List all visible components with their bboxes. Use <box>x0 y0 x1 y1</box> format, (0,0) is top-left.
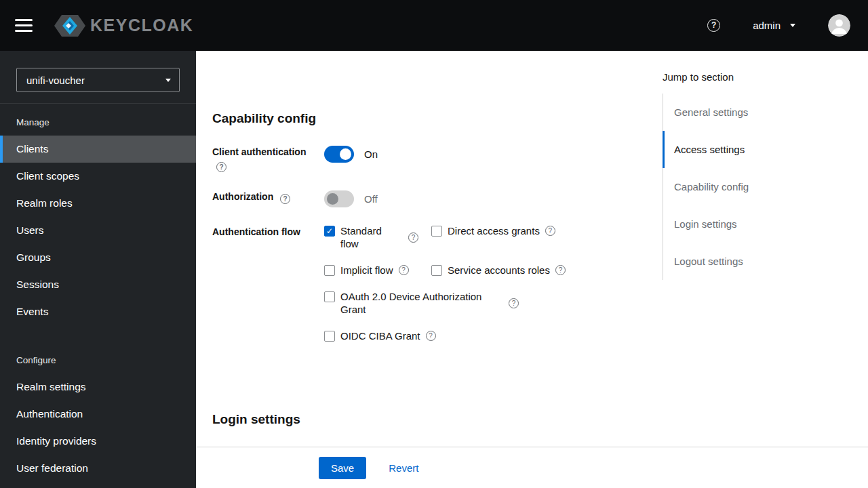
toggle-knob <box>327 193 338 205</box>
help-icon[interactable]: ? <box>509 298 519 308</box>
jump-link-access-settings[interactable]: Access settings <box>663 131 868 168</box>
user-avatar-icon <box>828 14 850 37</box>
keycloak-logo: KEYCLOAK <box>54 14 193 38</box>
user-menu[interactable]: admin <box>753 20 795 31</box>
brand-text: KEYCLOAK <box>90 16 193 35</box>
client-authentication-label-col: Client authentication ? <box>212 146 324 172</box>
client-authentication-label: Client authentication <box>212 146 306 157</box>
checkbox-oauth-device-authorization-grant[interactable]: OAuth 2.0 Device Authorization Grant ? <box>324 290 852 316</box>
realm-selector-area: unifi-voucher <box>0 51 196 104</box>
help-icon[interactable]: ? <box>408 232 418 243</box>
authorization-label: Authorization <box>212 191 273 202</box>
sidebar-item-clients[interactable]: Clients <box>0 136 196 163</box>
sidebar-item-client-scopes[interactable]: Client scopes <box>0 163 196 190</box>
checkbox-box[interactable] <box>431 265 442 276</box>
checkbox-box[interactable] <box>324 331 335 342</box>
sidebar-item-realm-settings[interactable]: Realm settings <box>0 373 196 401</box>
toggle-knob <box>340 148 351 160</box>
keycloak-logo-icon <box>54 14 85 38</box>
help-icon[interactable]: ? <box>399 265 409 275</box>
jump-link-login-settings[interactable]: Login settings <box>663 205 868 243</box>
checkbox-label: Service accounts roles <box>448 264 550 277</box>
help-icon[interactable]: ? <box>545 226 555 236</box>
help-icon[interactable]: ? <box>707 19 720 32</box>
jump-link-logout-settings[interactable]: Logout settings <box>663 243 868 280</box>
sidebar-item-users[interactable]: Users <box>0 217 196 244</box>
checkbox-label: OIDC CIBA Grant <box>340 329 420 342</box>
jump-links-list: General settings Access settings Capabil… <box>663 94 868 280</box>
masthead: KEYCLOAK ? admin <box>0 0 868 51</box>
authentication-flow-label-col: Authentication flow <box>212 226 324 239</box>
main-content: Capability config Client authentication … <box>196 51 868 488</box>
save-button[interactable]: Save <box>319 457 366 479</box>
jump-to-section-title: Jump to section <box>663 71 868 83</box>
nav-group-title: Manage <box>0 104 196 136</box>
checkbox-box[interactable] <box>431 226 442 237</box>
nav-group-manage: Manage Clients Client scopes Realm roles… <box>0 104 196 325</box>
checkbox-label: Implicit flow <box>340 264 393 277</box>
nav-toggle-button[interactable] <box>11 15 37 36</box>
checkbox-box[interactable] <box>324 291 335 302</box>
jump-link-capability-config[interactable]: Capability config <box>663 168 868 205</box>
nav-list-manage: Clients Client scopes Realm roles Users … <box>0 136 196 325</box>
masthead-utilities: ? admin <box>707 14 850 37</box>
sidebar-item-realm-roles[interactable]: Realm roles <box>0 190 196 217</box>
toggle-state-label: Off <box>364 193 378 205</box>
sidebar-item-sessions[interactable]: Sessions <box>0 271 196 298</box>
toggle-state-label: On <box>364 148 378 160</box>
hamburger-icon <box>15 19 33 21</box>
sidebar: unifi-voucher Manage Clients Client scop… <box>0 51 196 488</box>
help-icon[interactable]: ? <box>426 331 436 341</box>
sidebar-item-events[interactable]: Events <box>0 298 196 325</box>
authorization-label-col: Authorization ? <box>212 190 324 204</box>
action-bar: Save Revert <box>196 447 868 488</box>
checkbox-label: Direct access grants <box>448 224 540 237</box>
checkbox-standard-flow[interactable]: Standard flow ? <box>324 224 431 250</box>
realm-name: unifi-voucher <box>26 75 85 86</box>
checkbox-oidc-ciba-grant[interactable]: OIDC CIBA Grant ? <box>324 329 852 342</box>
checkbox-box[interactable] <box>324 265 335 276</box>
app-window: KEYCLOAK ? admin unifi-voucher <box>0 0 868 488</box>
checkbox-implicit-flow[interactable]: Implicit flow ? <box>324 264 431 277</box>
authentication-flow-label: Authentication flow <box>212 226 300 237</box>
authorization-toggle[interactable] <box>324 190 354 207</box>
chevron-down-icon <box>165 79 171 82</box>
client-authentication-toggle[interactable] <box>324 146 354 163</box>
page-shell: unifi-voucher Manage Clients Client scop… <box>0 51 868 488</box>
avatar[interactable] <box>828 14 850 37</box>
checkbox-label: OAuth 2.0 Device Authorization Grant <box>340 290 498 316</box>
nav-group-title: Configure <box>0 342 196 373</box>
sidebar-item-authentication[interactable]: Authentication <box>0 401 196 428</box>
nav-group-configure: Configure Realm settings Authentication … <box>0 342 196 482</box>
username: admin <box>753 20 781 31</box>
realm-selector[interactable]: unifi-voucher <box>16 68 180 92</box>
help-icon[interactable]: ? <box>216 162 226 172</box>
revert-button[interactable]: Revert <box>389 457 418 479</box>
jump-link-general-settings[interactable]: General settings <box>663 94 868 131</box>
checkbox-box[interactable] <box>324 226 335 237</box>
nav-list-configure: Realm settings Authentication Identity p… <box>0 373 196 482</box>
sidebar-item-identity-providers[interactable]: Identity providers <box>0 428 196 455</box>
jump-to-section-panel: Jump to section General settings Access … <box>663 71 868 280</box>
help-icon[interactable]: ? <box>555 265 566 275</box>
chevron-down-icon <box>790 24 795 27</box>
sidebar-item-groups[interactable]: Groups <box>0 244 196 271</box>
section-title-login-settings: Login settings <box>212 411 852 428</box>
sidebar-item-user-federation[interactable]: User federation <box>0 455 196 482</box>
checkbox-label: Standard flow <box>340 224 397 250</box>
help-icon[interactable]: ? <box>280 194 290 204</box>
